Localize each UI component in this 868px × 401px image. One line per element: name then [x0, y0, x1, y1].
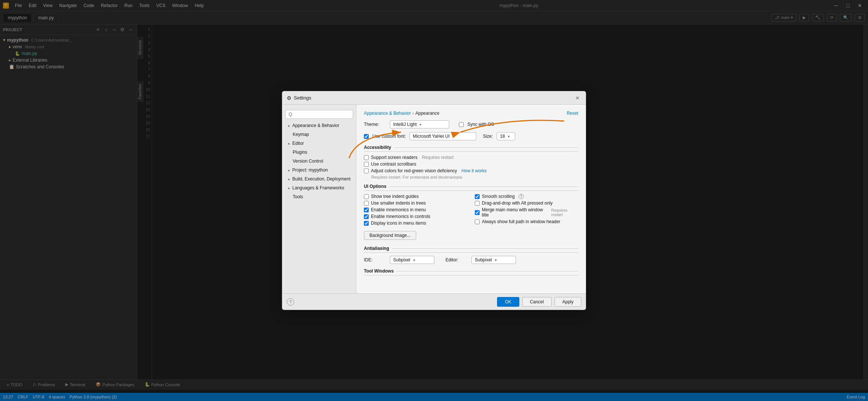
how-it-works-link[interactable]: How it works	[461, 168, 487, 173]
dialog-body: ▸ Appearance & Behavior Keymap ▸ Editor …	[282, 105, 586, 293]
dialog-title-bar: ⚙ Settings ✕	[282, 91, 586, 105]
mnemonics-controls-checkbox[interactable]	[364, 214, 369, 219]
sync-os-checkbox[interactable]	[459, 122, 464, 127]
size-dropdown-icon: ▾	[508, 134, 510, 138]
dialog-title: Settings	[294, 95, 311, 101]
theme-value: IntelliJ Light	[393, 122, 417, 127]
section-divider-ui	[389, 186, 578, 187]
merge-menu-note: Requires restart	[551, 208, 578, 217]
contrast-scrollbars-label: Use contrast scrollbars	[371, 162, 416, 167]
help-icon[interactable]: ?	[287, 298, 294, 306]
mnemonics-menu-checkbox[interactable]	[364, 208, 369, 212]
nav-editor[interactable]: ▸ Editor	[282, 139, 356, 148]
dialog-content: Appearance & Behavior › Appearance Reset…	[356, 105, 586, 293]
nav-plugins[interactable]: Plugins	[282, 148, 356, 157]
font-value: Microsoft YaHei UI	[413, 134, 450, 139]
nav-project[interactable]: ▸ Project: mypython	[282, 166, 356, 175]
breadcrumb: Appearance & Behavior › Appearance Reset	[364, 111, 578, 116]
editor-antialias-label: Editor:	[445, 257, 468, 263]
screen-readers-note: Requires restart	[422, 155, 453, 160]
footer-buttons: OK Cancel Apply	[497, 297, 581, 307]
tool-windows-section-label: Tool Windows	[364, 268, 578, 276]
nav-build[interactable]: ▸ Build, Execution, Deployment	[282, 175, 356, 183]
mnemonics-menu-label: Enable mnemonics in menu	[371, 207, 426, 212]
theme-label: Theme:	[364, 122, 386, 127]
editor-antialias-value: Subpixel	[475, 257, 492, 263]
smaller-indents-checkbox[interactable]	[364, 201, 369, 206]
drag-drop-alt-checkbox[interactable]	[475, 201, 480, 206]
color-deficiency-label: Adjust colors for red-green vision defic…	[371, 168, 457, 173]
nav-keymap-label: Keymap	[293, 132, 309, 137]
custom-font-checkbox[interactable]	[364, 134, 369, 139]
merge-menu-checkbox[interactable]	[475, 210, 480, 215]
nav-appearance[interactable]: ▸ Appearance & Behavior	[282, 121, 356, 130]
mnemonics-controls-row: Enable mnemonics in controls	[364, 214, 467, 219]
custom-font-row: Use custom font: Microsoft YaHei UI ▾ Si…	[364, 132, 578, 140]
full-path-row: Always show full path in window header	[475, 219, 578, 224]
background-image-button[interactable]: Background Image...	[364, 231, 416, 240]
breadcrumb-parent[interactable]: Appearance & Behavior	[364, 111, 411, 116]
sync-os-label: Sync with OS	[467, 122, 494, 127]
smaller-indents-row: Use smaller indents in trees	[364, 200, 467, 206]
nav-tools[interactable]: Tools	[282, 192, 356, 201]
nav-arrow-icon: ▸	[288, 124, 290, 128]
tree-indent-guides-checkbox[interactable]	[364, 194, 369, 199]
theme-selector[interactable]: IntelliJ Light ▾	[390, 120, 449, 128]
nav-languages-label: Languages & Frameworks	[292, 185, 344, 190]
dialog-search-container	[282, 108, 356, 121]
nav-keymap[interactable]: Keymap	[282, 130, 356, 139]
reset-link[interactable]: Reset	[567, 111, 578, 116]
nav-languages[interactable]: ▸ Languages & Frameworks	[282, 183, 356, 192]
merge-menu-row: Merge main menu with window title Requir…	[475, 207, 578, 218]
ui-options-grid: Show tree indent guides Use smaller inde…	[364, 194, 578, 227]
size-selector[interactable]: 18 ▾	[497, 132, 515, 140]
tree-indent-guides-label: Show tree indent guides	[371, 194, 419, 199]
ui-options-section-label: UI Options	[364, 184, 578, 191]
color-deficiency-checkbox[interactable]	[364, 169, 369, 173]
dialog-footer: ? OK Cancel Apply	[282, 293, 586, 310]
smooth-scrolling-label: Smooth scrolling	[482, 194, 515, 199]
breadcrumb-separator: ›	[412, 111, 414, 116]
editor-antialias-selector[interactable]: Subpixel ▾	[471, 256, 516, 264]
section-divider-tools	[397, 271, 578, 271]
nav-arrow-icon-project: ▸	[288, 168, 290, 172]
ui-options-left: Show tree indent guides Use smaller inde…	[364, 194, 467, 227]
antialiasing-section-label: Antialiasing	[364, 246, 578, 253]
nav-version-control[interactable]: Version Control	[282, 157, 356, 166]
ide-antialias-selector[interactable]: Subpixel ▾	[390, 256, 434, 264]
dialog-nav: ▸ Appearance & Behavior Keymap ▸ Editor …	[282, 105, 356, 293]
full-path-checkbox[interactable]	[475, 219, 480, 224]
smooth-scrolling-row: Smooth scrolling ?	[475, 194, 578, 199]
contrast-scrollbars-checkbox[interactable]	[364, 162, 369, 167]
breadcrumb-current: Appearance	[415, 111, 440, 116]
tree-indent-guides-row: Show tree indent guides	[364, 194, 467, 199]
size-label: Size:	[483, 134, 493, 139]
smooth-scrolling-checkbox[interactable]	[475, 194, 480, 199]
screen-readers-checkbox[interactable]	[364, 155, 369, 160]
nav-appearance-label: Appearance & Behavior	[292, 123, 339, 128]
smooth-scrolling-help[interactable]: ?	[519, 194, 524, 199]
section-divider-accessibility	[394, 147, 578, 148]
display-icons-checkbox[interactable]	[364, 221, 369, 226]
font-dropdown-icon: ▾	[453, 134, 454, 138]
apply-button[interactable]: Apply	[555, 297, 581, 307]
dialog-close-button[interactable]: ✕	[574, 94, 581, 102]
nav-plugins-label: Plugins	[293, 150, 307, 155]
nav-arrow-icon-lang: ▸	[288, 186, 290, 190]
theme-row: Theme: IntelliJ Light ▾ Sync with OS	[364, 120, 578, 128]
cancel-button[interactable]: Cancel	[522, 297, 552, 307]
nav-arrow-icon-build: ▸	[288, 177, 290, 181]
color-deficiency-row: Adjust colors for red-green vision defic…	[364, 168, 578, 173]
settings-search-input[interactable]	[285, 110, 353, 119]
background-image-container: Background Image...	[364, 231, 578, 240]
ide-antialias-dropdown-icon: ▾	[413, 258, 415, 262]
nav-tools-label: Tools	[293, 194, 303, 199]
nav-project-label: Project: mypython	[292, 167, 328, 173]
font-selector[interactable]: Microsoft YaHei UI ▾	[410, 132, 476, 140]
size-value: 18	[500, 134, 505, 139]
ok-button[interactable]: OK	[497, 297, 519, 307]
mnemonics-controls-label: Enable mnemonics in controls	[371, 214, 430, 219]
nav-arrow-icon-editor: ▸	[288, 141, 290, 146]
screen-readers-row: Support screen readers Requires restart	[364, 155, 578, 160]
full-path-label: Always show full path in window header	[482, 219, 560, 224]
